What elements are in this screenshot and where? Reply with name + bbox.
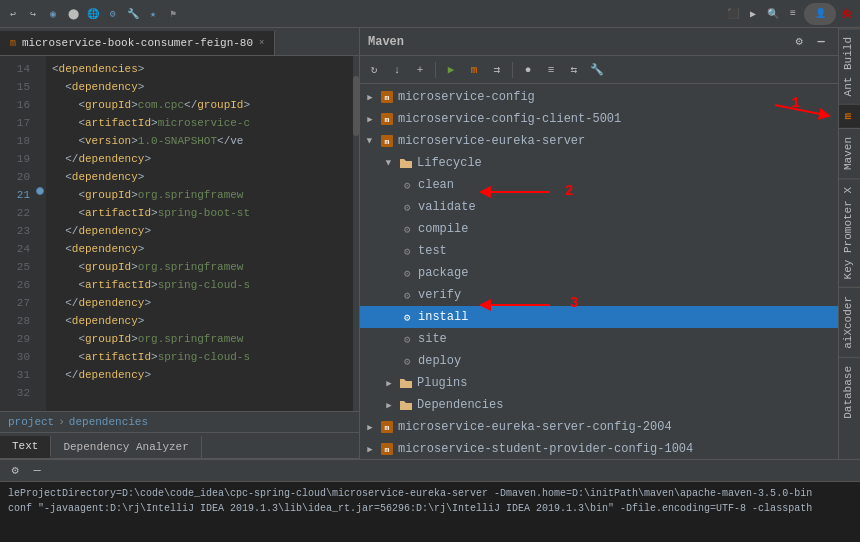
maven-toolbar: ↻ ↓ + ▶ m ⇉ ● ≡ ⇆ 🔧 xyxy=(360,56,838,84)
console-line-2: conf "-javaagent:D:\rj\IntelliJ IDEA 201… xyxy=(8,501,852,516)
avatar: 👤 xyxy=(804,3,836,25)
lifecycle-phase-icon-site: ⚙ xyxy=(399,331,415,347)
code-scrollbar[interactable] xyxy=(353,56,359,411)
toolbar-back[interactable]: ↩ xyxy=(4,5,22,23)
gutter xyxy=(34,56,46,411)
svg-text:m: m xyxy=(385,93,390,102)
line-numbers: 14 15 16 17 18 19 20 21 22 23 24 25 26 2… xyxy=(0,56,34,411)
tree-item-microservice-config[interactable]: ▶ m microservice-config xyxy=(360,86,838,108)
lifecycle-phase-icon-compile: ⚙ xyxy=(399,221,415,237)
tab-dependency-analyzer[interactable]: Dependency Analyzer xyxy=(51,436,201,458)
tree-item-site[interactable]: ⚙ site xyxy=(360,328,838,350)
tree-item-compile[interactable]: ⚙ compile xyxy=(360,218,838,240)
tree-item-plugins[interactable]: ▶ Plugins xyxy=(360,372,838,394)
toolbar-icon4[interactable]: ⚙ xyxy=(104,5,122,23)
toolbar-run[interactable]: ⬛ xyxy=(724,5,742,23)
toolbar-icon1[interactable]: ◉ xyxy=(44,5,62,23)
console-output: leProjectDirectory=D:\code\code_idea\cpc… xyxy=(0,482,860,542)
maven-swap-icon[interactable]: ⇆ xyxy=(564,60,584,80)
toolbar-icon6[interactable]: ★ xyxy=(144,5,162,23)
svg-text:m: m xyxy=(385,423,390,432)
toolbar-debug[interactable]: ▶ xyxy=(744,5,762,23)
maven-run-icon[interactable]: ▶ xyxy=(441,60,461,80)
maven-wrench-icon[interactable]: 🔧 xyxy=(587,60,607,80)
breadcrumb-dependencies: dependencies xyxy=(69,416,148,428)
code-content: 14 15 16 17 18 19 20 21 22 23 24 25 26 2… xyxy=(0,56,359,411)
tree-label: microservice-eureka-server-config-2004 xyxy=(398,420,672,434)
toolbar-fwd[interactable]: ↪ xyxy=(24,5,42,23)
side-tab-m[interactable]: m xyxy=(839,104,860,128)
tree-item-verify[interactable]: ⚙ verify xyxy=(360,284,838,306)
tree-item-eureka-server-config-2004[interactable]: ▶ m microservice-eureka-server-config-20… xyxy=(360,416,838,438)
tree-item-package[interactable]: ⚙ package xyxy=(360,262,838,284)
tree-item-clean[interactable]: ⚙ clean xyxy=(360,174,838,196)
tree-item-dependencies[interactable]: ▶ Dependencies xyxy=(360,394,838,416)
lifecycle-phase-icon-verify: ⚙ xyxy=(399,287,415,303)
maven-project-icon3: m xyxy=(379,133,395,149)
tree-label: compile xyxy=(418,222,468,236)
console-minimize-icon[interactable]: — xyxy=(28,462,46,480)
maven-toggle-icon[interactable]: ● xyxy=(518,60,538,80)
maven-settings-icon[interactable]: ⚙ xyxy=(790,33,808,51)
tree-label: microservice-config-client-5001 xyxy=(398,112,621,126)
side-tab-aixcoder[interactable]: aiXcoder xyxy=(839,287,860,357)
maven-add-icon[interactable]: + xyxy=(410,60,430,80)
tab-text[interactable]: Text xyxy=(0,436,51,458)
tree-label: package xyxy=(418,266,468,280)
lifecycle-phase-icon-clean: ⚙ xyxy=(399,177,415,193)
tree-label: install xyxy=(418,310,468,324)
tree-item-student-provider-config-1004[interactable]: ▶ m microservice-student-provider-config… xyxy=(360,438,838,459)
console-settings-icon[interactable]: ⚙ xyxy=(6,462,24,480)
maven-refresh-icon[interactable]: ↻ xyxy=(364,60,384,80)
console-line-1: leProjectDirectory=D:\code\code_idea\cpc… xyxy=(8,486,852,501)
maven-project-icon5: m xyxy=(379,441,395,457)
toolbar-icon5[interactable]: 🔧 xyxy=(124,5,142,23)
lifecycle-phase-icon-validate: ⚙ xyxy=(399,199,415,215)
toolbar-icon7[interactable]: ⚑ xyxy=(164,5,182,23)
tree-item-install[interactable]: ⚙ install xyxy=(360,306,838,328)
toolbar-menu[interactable]: ≡ xyxy=(784,5,802,23)
tree-item-validate[interactable]: ⚙ validate xyxy=(360,196,838,218)
tree-label: clean xyxy=(418,178,454,192)
maven-minimize-icon[interactable]: — xyxy=(812,33,830,51)
editor-tab-active[interactable]: m microservice-book-consumer-feign-80 × xyxy=(0,31,275,55)
console-area: ⚙ — leProjectDirectory=D:\code\code_idea… xyxy=(0,459,860,542)
editor-tab-filename: microservice-book-consumer-feign-80 xyxy=(22,37,253,49)
svg-text:m: m xyxy=(385,445,390,454)
maven-project-icon: m xyxy=(379,89,395,105)
maven-settings2-icon[interactable]: ≡ xyxy=(541,60,561,80)
maven-header: Maven ⚙ — xyxy=(360,28,838,56)
tab-close-button[interactable]: × xyxy=(259,38,264,48)
tree-label: Plugins xyxy=(417,376,467,390)
tree-label: test xyxy=(418,244,447,258)
tree-item-lifecycle[interactable]: ▶ Lifecycle xyxy=(360,152,838,174)
toolbar-icon2[interactable]: ⬤ xyxy=(64,5,82,23)
side-tab-key-promoter[interactable]: Key Promoter X xyxy=(839,178,860,287)
top-toolbar: ↩ ↪ ◉ ⬤ 🌐 ⚙ 🔧 ★ ⚑ ⬛ ▶ 🔍 ≡ 👤 央 xyxy=(0,0,860,28)
tree-label: microservice-student-provider-config-100… xyxy=(398,442,693,456)
toolbar-lang[interactable]: 央 xyxy=(838,5,856,23)
tree-item-test[interactable]: ⚙ test xyxy=(360,240,838,262)
side-tab-database[interactable]: Database xyxy=(839,357,860,427)
breadcrumb-project: project xyxy=(8,416,54,428)
toolbar-search[interactable]: 🔍 xyxy=(764,5,782,23)
toolbar-icon3[interactable]: 🌐 xyxy=(84,5,102,23)
code-editor: m microservice-book-consumer-feign-80 × … xyxy=(0,28,360,459)
tree-item-microservice-config-client[interactable]: ▶ m microservice-config-client-5001 xyxy=(360,108,838,130)
side-tab-maven[interactable]: Maven xyxy=(839,128,860,178)
maven-parallel-icon[interactable]: ⇉ xyxy=(487,60,507,80)
right-side-panel: Ant Build m Maven Key Promoter X aiXcode… xyxy=(838,28,860,459)
maven-m-icon[interactable]: m xyxy=(464,60,484,80)
side-tab-ant-build[interactable]: Ant Build xyxy=(839,28,860,104)
maven-download-icon[interactable]: ↓ xyxy=(387,60,407,80)
editor-tabs: m microservice-book-consumer-feign-80 × xyxy=(0,28,359,56)
maven-tree: ▶ m microservice-config ▶ xyxy=(360,84,838,459)
svg-text:m: m xyxy=(385,115,390,124)
tree-label: site xyxy=(418,332,447,346)
tree-item-deploy[interactable]: ⚙ deploy xyxy=(360,350,838,372)
lifecycle-phase-icon-package: ⚙ xyxy=(399,265,415,281)
bottom-tabs: Text Dependency Analyzer xyxy=(0,433,359,459)
dependencies-folder-icon xyxy=(398,397,414,413)
tree-item-microservice-eureka-server[interactable]: ▶ m microservice-eureka-server xyxy=(360,130,838,152)
tree-label: microservice-eureka-server xyxy=(398,134,585,148)
